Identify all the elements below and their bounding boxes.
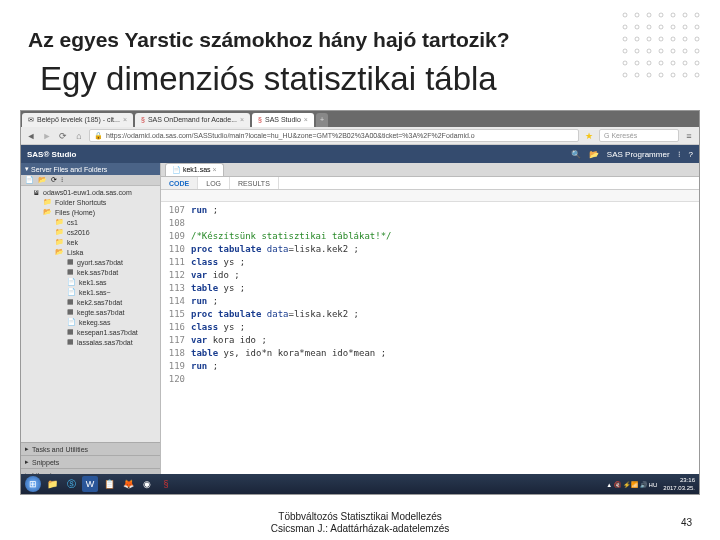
new-tab-button[interactable]: + [316,113,328,127]
taskbar-word-icon[interactable]: W [82,476,98,492]
tree-item[interactable]: 📁cs1 [21,217,160,227]
line-content: var kora ido ; [191,334,267,347]
code-line[interactable]: 112var ido ; [161,269,699,282]
tree-item[interactable]: ▦lassalas.sas7bdat [21,337,160,347]
tree-item[interactable]: 🖥odaws01-euw1.oda.sas.com [21,188,160,197]
search-icon[interactable]: 🔍 [571,150,581,159]
svg-point-32 [671,61,675,65]
taskbar-explorer-icon[interactable]: 📁 [44,476,60,492]
svg-point-3 [659,13,663,17]
svg-point-18 [671,37,675,41]
sidebar-panel-files[interactable]: ▾ Server Files and Folders [21,163,160,175]
address-bar[interactable]: 🔒 https://odamid.oda.sas.com/SASStudio/m… [89,129,579,142]
back-button[interactable]: ◄ [25,130,37,142]
close-icon[interactable]: × [213,166,217,173]
taskbar-skype-icon[interactable]: Ⓢ [63,476,79,492]
code-line[interactable]: 116class ys ; [161,321,699,334]
refresh-icon[interactable]: ⟳ [51,176,57,184]
sasfile-icon: 📄 [172,166,181,173]
tree-item[interactable]: 📁kek [21,237,160,247]
sidebar-panel-tasks[interactable]: ▸Tasks and Utilities [21,442,160,455]
home-button[interactable]: ⌂ [73,130,85,142]
svg-point-24 [659,49,663,53]
tree-item[interactable]: 📄kekeg.sas [21,317,160,327]
editor-toolbar [161,190,699,202]
start-button[interactable]: ⊞ [25,476,41,492]
reload-button[interactable]: ⟳ [57,130,69,142]
code-line[interactable]: 118table ys, ido*n kora*mean ido*mean ; [161,347,699,360]
lock-icon: 🔒 [94,132,103,140]
code-line[interactable]: 115proc tabulate data=liska.kek2 ; [161,308,699,321]
clock-date[interactable]: 2017.03.25. [663,484,695,492]
tree-item[interactable]: 📄kek1.sas [21,277,160,287]
code-editor[interactable]: 107run ;108109/*Készítsünk statisztikai … [161,202,699,484]
tree-item-label: cs2016 [67,229,90,236]
browser-tab-gmail[interactable]: ✉ Belépő levelek (185) - cit... × [22,113,133,127]
taskbar-firefox-icon[interactable]: 🦊 [120,476,136,492]
tree-item-label: kegte.sas7bdat [77,309,124,316]
subtab-results[interactable]: RESULTS [230,177,279,189]
tree-item[interactable]: 📁cs2016 [21,227,160,237]
taskbar-commander-icon[interactable]: 📋 [101,476,117,492]
panel-label: Snippets [32,459,59,466]
tree-item[interactable]: ▦kek.sas7bdat [21,267,160,277]
sidebar-panel-snippets[interactable]: ▸Snippets [21,455,160,468]
tree-item[interactable]: ▦kegte.sas7bdat [21,307,160,317]
line-number: 107 [161,204,191,217]
code-line[interactable]: 113table ys ; [161,282,699,295]
tree-item[interactable]: ▦gyort.sas7bdat [21,257,160,267]
sas-studio-header: SAS® Studio 🔍 📂 SAS Programmer ⁝ ? [21,145,699,163]
code-line[interactable]: 109/*Készítsünk statisztikai táblákat!*/ [161,230,699,243]
close-icon[interactable]: × [123,114,127,126]
help-icon[interactable]: ? [689,150,693,159]
clock-time[interactable]: 23:16 [663,476,695,484]
svg-point-41 [695,73,699,77]
folder-open-icon: 📂 [55,248,64,256]
menu-icon[interactable]: ≡ [683,130,695,142]
code-line[interactable]: 111class ys ; [161,256,699,269]
code-line[interactable]: 108 [161,217,699,230]
open-icon[interactable]: 📂 [38,176,47,184]
line-content: class ys ; [191,256,245,269]
line-number: 118 [161,347,191,360]
new-icon[interactable]: 📄 [25,176,34,184]
code-line[interactable]: 110proc tabulate data=liska.kek2 ; [161,243,699,256]
line-number: 109 [161,230,191,243]
tree-item[interactable]: 📄kek1.sas~ [21,287,160,297]
role-label[interactable]: SAS Programmer [607,150,670,159]
tray-icons[interactable]: ▲ 🔇 ⚡ 📶 🔊 HU [606,481,657,488]
code-line[interactable]: 120 [161,373,699,386]
more-icon[interactable]: ⁝ [61,176,63,184]
browser-tab-sas-ondemand[interactable]: § SAS OnDemand for Acade... × [135,113,250,127]
close-icon[interactable]: × [240,114,244,126]
taskbar-chrome-icon[interactable]: ◉ [139,476,155,492]
file-tab[interactable]: 📄 kek1.sas × [165,163,224,176]
tab-label: Belépő levelek (185) - cit... [37,114,120,126]
svg-point-37 [647,73,651,77]
editor-subtabs: CODE LOG RESULTS [161,177,699,190]
code-line[interactable]: 117var kora ido ; [161,334,699,347]
code-line[interactable]: 107run ; [161,204,699,217]
svg-point-33 [683,61,687,65]
line-content: proc tabulate data=liska.kek2 ; [191,243,359,256]
tree-item[interactable]: 📂Liska [21,247,160,257]
subtab-code[interactable]: CODE [161,177,198,189]
tree-item-label: lassalas.sas7bdat [77,339,133,346]
taskbar-sas-icon[interactable]: § [158,476,174,492]
forward-button[interactable]: ► [41,130,53,142]
slide-page-number: 43 [681,517,692,528]
svg-point-27 [695,49,699,53]
tree-item[interactable]: ▦kesepan1.sas7bdat [21,327,160,337]
search-box[interactable]: G Keresés [599,129,679,142]
subtab-log[interactable]: LOG [198,177,230,189]
folder-icon[interactable]: 📂 [589,150,599,159]
bookmark-icon[interactable]: ★ [583,130,595,142]
browser-tab-sas-studio[interactable]: § SAS Studio × [252,113,314,127]
tree-item[interactable]: ▦kek2.sas7bdat [21,297,160,307]
tree-item[interactable]: 📂Files (Home) [21,207,160,217]
more-icon[interactable]: ⁝ [678,150,681,159]
tree-item[interactable]: 📁Folder Shortcuts [21,197,160,207]
code-line[interactable]: 114run ; [161,295,699,308]
code-line[interactable]: 119run ; [161,360,699,373]
close-icon[interactable]: × [304,114,308,126]
